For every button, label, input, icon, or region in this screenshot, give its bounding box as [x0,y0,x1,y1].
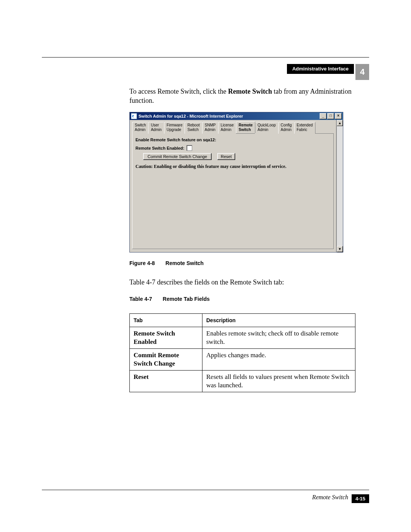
col-header-tab: Tab [130,314,202,327]
tab-snmp-admin[interactable]: SNMP Admin [202,122,218,134]
ie-client-area: Switch Admin User Admin Firmware Upgrade… [130,120,343,252]
row-tab: Commit Remote Switch Change [130,349,202,371]
tab-license-admin[interactable]: License Admin [218,122,236,134]
window-buttons: _ □ × [319,113,342,119]
figure-title: Remote Switch [166,260,204,266]
tab-firmware-upgrade[interactable]: Firmware Upgrade [164,122,185,134]
table-title: Remote Tab Fields [163,296,210,302]
header-rule [42,57,369,58]
ie-icon [131,113,137,119]
footer-rule [42,490,369,490]
footer-page-number: 4-15 [352,494,369,503]
caution-line: Caution: Enabling or disabling this feat… [135,164,330,169]
tab-reboot-switch[interactable]: Reboot Switch [185,122,202,134]
remote-switch-enabled-checkbox[interactable] [186,145,192,151]
button-row: Commit Remote Switch Change Reset [143,153,330,160]
ie-client-inner: Switch Admin User Admin Firmware Upgrade… [130,120,336,252]
tab-extended-fabric[interactable]: Extended Fabric [294,122,315,134]
tab-switch-admin[interactable]: Switch Admin [132,122,148,134]
ie-window: Switch Admin for sqa12 - Microsoft Inter… [129,112,343,252]
table-row: Commit Remote Switch Change Applies chan… [130,349,355,371]
minimize-button[interactable]: _ [320,113,327,119]
table-intro: Table 4-7 describes the fields on the Re… [129,278,355,287]
chapter-number-badge: 4 [355,64,369,80]
intro-paragraph: To access Remote Switch, click the Remot… [129,87,355,105]
tab-config-admin[interactable]: Config Admin [278,122,295,134]
row-desc: Enables remote switch; check off to disa… [202,327,355,349]
page: Administrative Interface 4 To access Rem… [0,0,411,532]
caution-label: Caution: [135,164,153,169]
tab-bar: Switch Admin User Admin Firmware Upgrade… [132,121,334,134]
header-section-label: Administrative Interface [287,64,354,74]
tab-quickloop-admin[interactable]: QuickLoop Admin [255,122,279,134]
reset-button[interactable]: Reset [217,153,235,160]
maximize-button[interactable]: □ [327,113,334,119]
remote-tab-fields-table: Tab Description Remote Switch Enabled En… [129,313,355,392]
row-tab: Remote Switch Enabled [130,327,202,349]
table-row: Remote Switch Enabled Enables remote swi… [130,327,355,349]
tab-user-admin[interactable]: User Admin [148,122,164,134]
enabled-label: Remote Switch Enabled: [135,146,184,150]
intro-bold: Remote Switch [228,88,272,95]
ie-titlebar: Switch Admin for sqa12 - Microsoft Inter… [130,112,343,120]
close-button[interactable]: × [335,113,342,119]
table-head-row: Tab Description [130,314,355,327]
scroll-down-icon[interactable]: ▼ [337,246,343,252]
table-caption: Table 4-7 Remote Tab Fields [129,296,355,302]
row-tab: Reset [130,371,202,392]
commit-button[interactable]: Commit Remote Switch Change [143,153,212,160]
footer-section-title: Remote Switch [312,494,348,501]
col-header-description: Description [202,314,355,327]
table-number: Table 4-7 [129,296,152,302]
figure-number: Figure 4-8 [129,260,155,266]
remote-switch-panel: Enable Remote Switch feature on sqa12: R… [132,134,334,249]
panel-heading: Enable Remote Switch feature on sqa12: [135,137,330,142]
scroll-up-icon[interactable]: ▲ [337,120,343,126]
figure-caption: Figure 4-8 Remote Switch [129,260,355,266]
window-title: Switch Admin for sqa12 - Microsoft Inter… [139,114,319,118]
tab-remote-switch[interactable]: Remote Switch [236,121,255,133]
table-row: Reset Resets all fields to values presen… [130,371,355,392]
vertical-scrollbar[interactable]: ▲ ▼ [336,120,343,252]
enabled-row: Remote Switch Enabled: [135,145,330,151]
intro-prefix: To access Remote Switch, click the [129,88,228,95]
row-desc: Applies changes made. [202,349,355,371]
body-column: To access Remote Switch, click the Remot… [129,87,355,392]
caution-text: Enabling or disabling this feature may c… [154,164,286,169]
row-desc: Resets all fields to values present when… [202,371,355,392]
